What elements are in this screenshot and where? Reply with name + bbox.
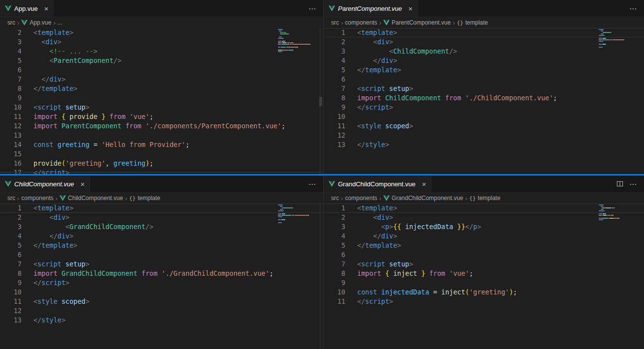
tab-child-component[interactable]: ChildComponent.vue× [0,175,90,192]
breadcrumb-item[interactable]: ChildComponent.vue [60,195,123,202]
code-line-content: </script> [33,278,69,288]
breadcrumb-item[interactable]: components [21,195,53,202]
code-line[interactable]: 1<template> [0,204,323,213]
more-actions-icon[interactable]: ⋯ [308,5,316,12]
code-line[interactable]: 3 <ChildComponent/> [324,47,644,56]
code-line[interactable]: 8import { inject } from 'vue'; [324,269,644,278]
minimap-line [599,210,637,211]
code-line[interactable]: 7 </div> [0,75,323,84]
code-line[interactable]: 9 [324,278,644,288]
breadcrumb-item[interactable]: src [7,195,15,202]
code-line[interactable]: 12 [324,131,644,140]
more-actions-icon[interactable]: ⋯ [629,180,637,188]
code-line[interactable]: 13 [0,131,323,140]
code-line[interactable]: 16provide('greeting', greeting); [0,159,323,168]
breadcrumb-item[interactable]: src [7,19,15,26]
code-line[interactable]: 4 <!-- ... --> [0,47,323,56]
code-line[interactable]: 7<script setup> [0,260,323,269]
code-line[interactable]: 17</script> [0,168,323,174]
code-line[interactable]: 1<template> [324,204,644,213]
breadcrumb-item[interactable]: ... [58,19,62,26]
code-line-content: <div> [33,213,69,222]
code-line[interactable]: 2 <div> [0,213,323,222]
code-line[interactable]: 8import ChildComponent from './ChildComp… [324,93,644,103]
minimap[interactable] [599,29,637,48]
code-line[interactable]: 7<script setup> [324,84,644,93]
code-line[interactable]: 7<script setup> [324,260,644,269]
code-line[interactable]: 6 [0,65,323,75]
tab-grandchild-component[interactable]: GrandChildComponent.vue× [324,175,431,192]
code-line[interactable]: 4 </div> [324,56,644,65]
minimap[interactable] [599,204,637,221]
editor-group-sash[interactable] [0,174,644,175]
line-number: 13 [0,131,22,140]
code-line[interactable]: 2<template> [0,28,323,37]
code-line[interactable]: 4 </div> [324,232,644,241]
breadcrumb: src›components›ParentComponent.vue›{}tem… [324,17,644,28]
scrollbar-slider[interactable] [319,97,322,106]
code-line[interactable]: 9</script> [0,278,323,288]
tab-close-icon[interactable]: × [44,5,49,12]
vue-file-icon [329,5,335,11]
code-line[interactable]: 5</template> [324,241,644,250]
minimap[interactable] [278,29,316,53]
tab-close-icon[interactable]: × [408,5,413,12]
more-actions-icon[interactable]: ⋯ [629,5,637,12]
tab-parent-component[interactable]: ParentComponent.vue× [324,0,418,17]
code-line[interactable]: 3 <GrandChildComponent/> [0,222,323,232]
code-line[interactable]: 10 [324,112,644,121]
code-line[interactable]: 10 [0,288,323,297]
code-line[interactable]: 9</script> [324,103,644,112]
vue-file-icon [5,181,11,187]
code-line[interactable]: 15 [0,149,323,159]
code-line[interactable]: 13</style> [0,316,323,325]
minimap[interactable] [278,204,316,224]
code-line[interactable]: 12 [0,306,323,316]
breadcrumb-separator-icon: › [56,195,58,202]
code-line[interactable]: 1<template> [324,28,644,37]
tab-app-vue[interactable]: App.vue× [0,0,54,17]
code-line[interactable]: 9 [0,93,323,103]
code-line[interactable]: 4 </div> [0,232,323,241]
breadcrumb-item[interactable]: App.vue [21,19,51,26]
tab-close-icon[interactable]: × [422,180,427,188]
code-line[interactable]: 12import ParentComponent from './compone… [0,121,323,131]
code-line[interactable]: 6 [324,75,644,84]
breadcrumb-item[interactable]: {}template [129,195,160,202]
code-line[interactable]: 11<style scoped> [0,297,323,306]
code-line[interactable]: 5</template> [324,65,644,75]
code-line[interactable]: 10<script setup> [0,103,323,112]
code-line[interactable]: 6 [324,250,644,260]
code-line[interactable]: 6 [0,250,323,260]
code-line[interactable]: 3 <p>{{ injectedData }}</p> [324,222,644,232]
code-line[interactable]: 5 <ParentComponent/> [0,56,323,65]
code-line[interactable]: 11<style scoped> [324,121,644,131]
breadcrumb-item[interactable]: components [345,19,377,26]
breadcrumb-item[interactable]: {}template [469,195,500,202]
minimap-line [599,204,637,205]
code-line[interactable]: 3 <div> [0,37,323,47]
code-line[interactable]: 10const injectedData = inject('greeting'… [324,288,644,297]
code-line[interactable]: 2 <div> [324,213,644,222]
breadcrumb-item[interactable]: src [331,19,339,26]
code-line[interactable]: 11import { provide } from 'vue'; [0,112,323,121]
minimap-line [599,30,637,31]
breadcrumb-item[interactable]: {}template [457,19,488,26]
minimap-line [599,42,637,43]
breadcrumb-item[interactable]: GrandChildComponent.vue [383,195,463,202]
code-line[interactable]: 13</style> [324,140,644,149]
code-line[interactable]: 11</script> [324,297,644,306]
minimap-line [278,42,316,43]
breadcrumb-item[interactable]: components [345,195,377,202]
more-actions-icon[interactable]: ⋯ [308,180,316,188]
breadcrumb-item[interactable]: src [331,195,339,202]
breadcrumb-item[interactable]: ParentComponent.vue [383,19,451,26]
code-line[interactable]: 2 <div> [324,37,644,47]
code-line[interactable]: 8</template> [0,84,323,93]
minimap-line [599,212,637,213]
code-line[interactable]: 14const greeting = 'Hello from Provider'… [0,140,323,149]
tab-close-icon[interactable]: × [80,180,85,188]
split-editor-icon[interactable] [616,180,623,187]
code-line[interactable]: 8import GrandChildComponent from './Gran… [0,269,323,278]
code-line[interactable]: 5</template> [0,241,323,250]
